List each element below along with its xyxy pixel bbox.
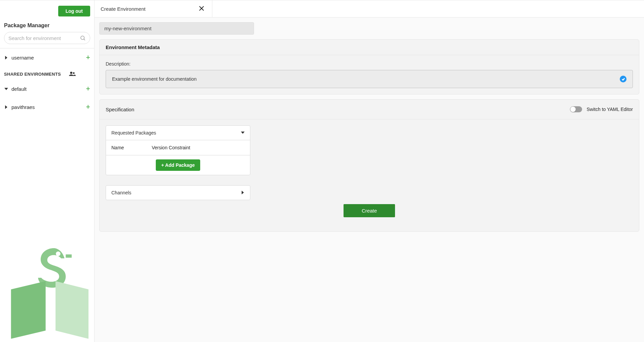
svg-rect-5 [66,254,72,258]
channels-panel: Channels [106,185,250,200]
tab-create-environment[interactable]: Create Environment [95,0,212,17]
chevron-down-icon [241,130,245,136]
add-env-button[interactable]: + [86,103,90,111]
sidebar-item-label: default [11,86,86,92]
requested-packages-header[interactable]: Requested Packages [106,126,250,140]
logo [0,246,94,339]
close-tab-button[interactable] [197,4,206,14]
environment-metadata-header: Environment Metadata [100,40,639,55]
logout-button[interactable]: Log out [58,6,90,16]
check-icon [620,76,627,82]
column-version: Version Constraint [152,145,190,150]
add-env-button[interactable]: + [86,85,90,92]
chevron-right-icon [241,190,245,195]
create-button[interactable]: Create [344,204,395,217]
svg-line-1 [84,39,85,40]
sidebar-item-default[interactable]: default + [0,80,94,98]
description-input[interactable] [112,76,616,82]
environment-metadata-card: Environment Metadata Description: [99,39,639,94]
sidebar: Log out Package Manager username + SHARE… [0,0,95,342]
group-icon [69,71,76,77]
sidebar-item-label: pavithraes [11,104,86,110]
environment-name-input[interactable] [99,22,254,35]
channels-header[interactable]: Channels [106,186,250,200]
description-label: Description: [106,61,633,67]
sidebar-item-label: username [11,55,86,61]
column-name: Name [111,145,152,150]
chevron-right-icon [4,55,8,60]
svg-point-2 [70,72,72,74]
search-icon [80,35,86,41]
svg-point-4 [56,251,60,256]
svg-point-0 [81,36,84,40]
search-input-wrap[interactable] [4,32,90,44]
tab-title: Create Environment [101,6,145,12]
specification-card: Specification Switch to YAML Editor Requ… [99,99,639,232]
add-env-button[interactable]: + [86,54,90,61]
chevron-right-icon [4,105,8,109]
add-package-button[interactable]: + Add Package [156,159,200,171]
close-icon [199,5,205,11]
shared-environments-heading: SHARED ENVIRONMENTS [0,67,94,80]
yaml-toggle-label: Switch to YAML Editor [587,107,633,112]
description-input-wrap[interactable] [106,70,633,88]
sidebar-item-pavithraes[interactable]: pavithraes + [0,98,94,116]
chevron-down-icon [4,87,8,91]
topbar: Create Environment [95,0,644,17]
yaml-editor-toggle[interactable] [570,106,582,112]
search-input[interactable] [8,35,80,41]
requested-packages-panel: Requested Packages Name Version Constrai… [106,125,250,175]
specification-title: Specification [106,107,134,112]
sidebar-item-username[interactable]: username + [0,48,94,67]
app-title: Package Manager [0,21,94,32]
svg-point-3 [73,72,75,74]
main: Create Environment Environment Metadata … [95,0,644,342]
